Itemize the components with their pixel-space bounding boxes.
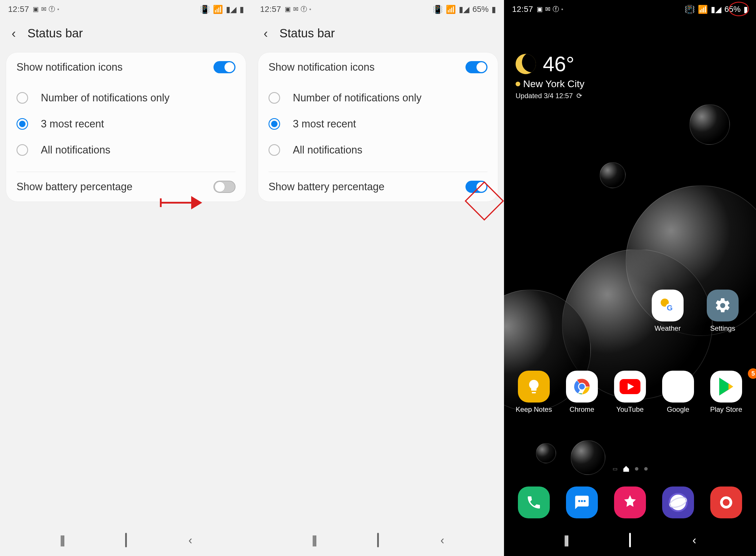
svg-marker-14 (728, 383, 733, 390)
battery-percentage: 65% (473, 5, 489, 14)
moon-icon (516, 54, 536, 74)
settings-card: Show notification icons Number of notifi… (258, 52, 498, 202)
app-youtube[interactable]: YouTube (608, 371, 652, 414)
wifi-icon: 📶 (446, 5, 456, 14)
app-weather[interactable]: G Weather (646, 289, 689, 333)
phone-screenshot-1: 12:57 ▣ ✉ ⓕ • 📳 📶 ▮◢ ▮ ‹ Status bar Show… (0, 0, 252, 556)
weather-temperature: 46° (543, 52, 574, 76)
nav-recents[interactable]: ||| (564, 534, 568, 547)
status-bar: 12:57 ▣ ✉ ⓕ • 📳 📶 ▮◢ 65% ▮ (252, 0, 504, 18)
settings-card: Show notification icons Number of notifi… (6, 52, 246, 202)
page-dot-home (623, 466, 629, 472)
show-battery-percentage-toggle[interactable] (213, 181, 236, 193)
show-notification-icons-toggle[interactable] (466, 61, 487, 73)
nav-home[interactable] (629, 534, 631, 547)
dock-phone[interactable] (518, 487, 550, 518)
dock-messages[interactable] (566, 487, 598, 518)
signal-icon: ▮◢ (711, 5, 722, 14)
facebook-icon: ⓕ (553, 5, 559, 13)
vibrate-icon: 📳 (433, 5, 443, 14)
svg-point-22 (723, 499, 729, 506)
wifi-icon: 📶 (213, 5, 223, 14)
dock (504, 487, 756, 518)
app-chrome[interactable]: Chrome (560, 371, 604, 414)
settings-app-icon (707, 289, 738, 321)
notification-radio-group: Number of notifications only 3 most rece… (258, 82, 498, 172)
weather-app-icon: G (652, 289, 684, 321)
radio-icon (16, 92, 28, 104)
status-bar: 12:57 ▣ ✉ ⓕ • 📳 📶 ▮◢ 65% ▮ (504, 0, 756, 18)
weather-location: New York City (523, 78, 585, 90)
status-time: 12:57 (8, 5, 29, 14)
app-play-store[interactable]: Play Store (705, 371, 748, 414)
radio-number-only[interactable]: Number of notifications only (16, 85, 236, 111)
show-battery-percentage-row[interactable]: Show battery percentage (6, 172, 246, 202)
status-time: 12:57 (260, 5, 281, 14)
phone-screenshot-2: 12:57 ▣ ✉ ⓕ • 📳 📶 ▮◢ 65% ▮ ‹ Status bar … (252, 0, 504, 556)
radio-3-most-recent[interactable]: 3 most recent (16, 111, 236, 137)
weather-widget[interactable]: 46° New York City Updated 3/4 12:57 ⟳ (504, 18, 756, 103)
status-notif-icons: ▣ ✉ ⓕ • (537, 5, 563, 13)
nav-back[interactable]: ‹ (440, 534, 444, 547)
home-apps-top-row: G Weather Settings (646, 289, 745, 333)
phone-screenshot-3: 12:57 ▣ ✉ ⓕ • 📳 📶 ▮◢ 65% ▮ 46° New York … (504, 0, 756, 556)
radio-icon (269, 144, 280, 156)
notification-radio-group: Number of notifications only 3 most rece… (6, 82, 246, 172)
weather-updated: Updated 3/4 12:57 (516, 92, 573, 100)
status-notif-icons: ▣ ✉ ⓕ • (33, 5, 59, 13)
refresh-icon[interactable]: ⟳ (576, 92, 582, 100)
svg-point-16 (581, 500, 583, 502)
wallpaper-bubble (536, 443, 556, 463)
show-notification-icons-toggle[interactable] (213, 61, 236, 73)
show-battery-percentage-toggle[interactable] (466, 181, 487, 193)
show-notification-icons-row[interactable]: Show notification icons (258, 53, 498, 82)
radio-icon (16, 144, 28, 156)
battery-percentage: 65% (724, 5, 741, 14)
page-indicator[interactable]: ▭ (504, 466, 756, 472)
page-title: Status bar (279, 26, 335, 40)
nav-home[interactable] (377, 534, 379, 547)
image-icon: ▣ (33, 5, 39, 13)
radio-all-notifications[interactable]: All notifications (269, 137, 487, 163)
svg-point-15 (578, 500, 580, 502)
facebook-icon: ⓕ (301, 5, 307, 13)
show-battery-percentage-row[interactable]: Show battery percentage (258, 172, 498, 202)
more-icon: • (561, 6, 563, 13)
dock-internet[interactable] (662, 487, 694, 518)
app-keep-notes[interactable]: Keep Notes (512, 371, 556, 414)
radio-icon (269, 118, 280, 130)
page-dot (635, 467, 639, 471)
home-apps-row: Keep Notes Chrome YouTube 5 Google (504, 371, 756, 414)
nav-bar: ||| ‹ (0, 524, 252, 556)
dock-camera[interactable] (710, 487, 742, 518)
show-battery-percentage-label: Show battery percentage (269, 181, 384, 193)
back-button[interactable]: ‹ (11, 26, 16, 40)
radio-icon (269, 92, 280, 104)
dock-gallery[interactable] (614, 487, 646, 518)
play-store-icon (710, 371, 742, 403)
wifi-icon: 📶 (698, 5, 708, 14)
nav-back[interactable]: ‹ (692, 534, 696, 547)
nav-recents[interactable]: ||| (312, 534, 315, 547)
nav-recents[interactable]: ||| (60, 534, 63, 547)
show-notification-icons-label: Show notification icons (269, 61, 375, 73)
settings-header: ‹ Status bar (252, 18, 504, 52)
page-title: Status bar (28, 26, 83, 40)
app-settings[interactable]: Settings (701, 289, 745, 333)
show-notification-icons-row[interactable]: Show notification icons (6, 53, 246, 82)
chrome-icon (566, 371, 598, 403)
nav-home[interactable] (125, 534, 127, 547)
radio-all-notifications[interactable]: All notifications (16, 137, 236, 163)
show-battery-percentage-label: Show battery percentage (16, 181, 132, 193)
status-system-icons: 📳 📶 ▮◢ 65% ▮ (685, 5, 748, 14)
back-button[interactable]: ‹ (264, 26, 268, 40)
status-notif-icons: ▣ ✉ ⓕ • (285, 5, 311, 13)
gmail-icon: ✉ (41, 5, 46, 13)
radio-number-only[interactable]: Number of notifications only (269, 85, 487, 111)
more-icon: • (57, 6, 59, 13)
app-google-folder[interactable]: 5 Google (656, 371, 700, 414)
radio-3-most-recent[interactable]: 3 most recent (269, 111, 487, 137)
nav-back[interactable]: ‹ (188, 534, 192, 547)
signal-icon: ▮◢ (459, 5, 470, 14)
page-zero-icon: ▭ (613, 466, 618, 472)
